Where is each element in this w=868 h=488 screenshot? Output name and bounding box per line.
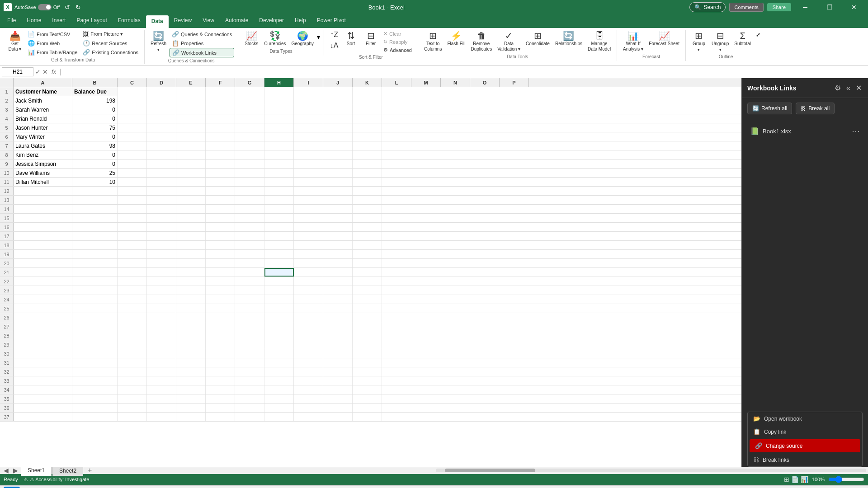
row-num-33[interactable]: 33 (0, 376, 14, 385)
cell-c17[interactable] (118, 232, 147, 240)
cell-d34[interactable] (147, 385, 176, 394)
row-num-5[interactable]: 5 (0, 123, 14, 132)
cell-i9[interactable] (294, 160, 323, 168)
taskbar-excel[interactable]: X (130, 487, 146, 488)
row-num-31[interactable]: 31 (0, 358, 14, 367)
cell-h10[interactable] (264, 169, 294, 177)
from-picture-button[interactable]: 🖼 From Picture ▾ (80, 30, 141, 38)
cell-i31[interactable] (294, 358, 323, 367)
cell-k26[interactable] (353, 313, 382, 322)
cell-b4[interactable]: 0 (72, 114, 118, 123)
cell-h13[interactable] (264, 196, 294, 204)
cell-d2[interactable] (147, 96, 176, 105)
cell-d13[interactable] (147, 196, 176, 204)
cell-h25[interactable] (264, 304, 294, 313)
cell-d25[interactable] (147, 304, 176, 313)
cell-b11[interactable]: 10 (72, 178, 118, 186)
cell-g19[interactable] (235, 250, 264, 258)
cell-h9[interactable] (264, 160, 294, 168)
tab-file[interactable]: File (2, 14, 21, 28)
cell-h30[interactable] (264, 349, 294, 358)
cell-i13[interactable] (294, 196, 323, 204)
cell-i18[interactable] (294, 241, 323, 249)
cell-b28[interactable] (72, 331, 118, 340)
cell-f24[interactable] (206, 295, 235, 304)
cell-k12[interactable] (353, 187, 382, 195)
tab-review[interactable]: Review (169, 14, 197, 28)
cell-h27[interactable] (264, 322, 294, 331)
cell-a37[interactable] (14, 413, 72, 421)
cell-i10[interactable] (294, 169, 323, 177)
recent-sources-button[interactable]: 🕐 Recent Sources (80, 39, 141, 47)
cell-j3[interactable] (323, 105, 353, 114)
cell-f7[interactable] (206, 141, 235, 150)
zoom-slider[interactable] (828, 476, 864, 483)
tab-data[interactable]: Data (146, 15, 169, 28)
cell-f30[interactable] (206, 349, 235, 358)
cell-b7[interactable]: 98 (72, 141, 118, 150)
cell-d12[interactable] (147, 187, 176, 195)
cell-a27[interactable] (14, 322, 72, 331)
undo-button[interactable]: ↺ (62, 3, 72, 12)
cell-c35[interactable] (118, 394, 147, 403)
cell-e16[interactable] (176, 223, 206, 231)
cell-a11[interactable]: Dillan Mitchell (14, 178, 72, 186)
row-num-19[interactable]: 19 (0, 250, 14, 258)
cell-d5[interactable] (147, 123, 176, 132)
cell-c28[interactable] (118, 331, 147, 340)
tab-insert[interactable]: Insert (47, 14, 71, 28)
cell-a26[interactable] (14, 313, 72, 322)
cell-c33[interactable] (118, 376, 147, 385)
cell-a23[interactable] (14, 286, 72, 295)
cell-c32[interactable] (118, 367, 147, 376)
cell-k11[interactable] (353, 178, 382, 186)
cell-k6[interactable] (353, 132, 382, 141)
cell-h2[interactable] (264, 96, 294, 105)
cell-a36[interactable] (14, 404, 72, 412)
cell-g36[interactable] (235, 404, 264, 412)
cell-i25[interactable] (294, 304, 323, 313)
cell-e29[interactable] (176, 340, 206, 349)
tab-home[interactable]: Home (21, 14, 47, 28)
cell-b20[interactable] (72, 259, 118, 267)
cell-j30[interactable] (323, 349, 353, 358)
cell-h31[interactable] (264, 358, 294, 367)
cell-b6[interactable]: 0 (72, 132, 118, 141)
cell-b23[interactable] (72, 286, 118, 295)
cell-i33[interactable] (294, 376, 323, 385)
row-num-18[interactable]: 18 (0, 241, 14, 249)
cell-b15[interactable] (72, 214, 118, 222)
cell-j15[interactable] (323, 214, 353, 222)
cell-g29[interactable] (235, 340, 264, 349)
flash-fill-button[interactable]: ⚡ Flash Fill (445, 30, 467, 48)
cell-k31[interactable] (353, 358, 382, 367)
cell-f9[interactable] (206, 160, 235, 168)
cell-a2[interactable]: Jack Smith (14, 96, 72, 105)
cell-f22[interactable] (206, 277, 235, 286)
cell-k34[interactable] (353, 385, 382, 394)
cell-f23[interactable] (206, 286, 235, 295)
cell-a18[interactable] (14, 241, 72, 249)
cell-d29[interactable] (147, 340, 176, 349)
cell-g30[interactable] (235, 349, 264, 358)
cell-b9[interactable]: 0 (72, 160, 118, 168)
row-num-6[interactable]: 6 (0, 132, 14, 141)
cell-f1[interactable] (206, 87, 235, 96)
cell-d18[interactable] (147, 241, 176, 249)
row-num-37[interactable]: 37 (0, 413, 14, 421)
cell-d7[interactable] (147, 141, 176, 150)
cell-e17[interactable] (176, 232, 206, 240)
cell-b1[interactable]: Balance Due (72, 87, 118, 96)
cell-h33[interactable] (264, 376, 294, 385)
cell-h17[interactable] (264, 232, 294, 240)
cell-f25[interactable] (206, 304, 235, 313)
cell-i6[interactable] (294, 132, 323, 141)
cell-g37[interactable] (235, 413, 264, 421)
cell-c11[interactable] (118, 178, 147, 186)
cell-e9[interactable] (176, 160, 206, 168)
col-header-g[interactable]: G (235, 78, 264, 87)
cell-g16[interactable] (235, 223, 264, 231)
cell-h14[interactable] (264, 205, 294, 213)
cell-a14[interactable] (14, 205, 72, 213)
row-num-1[interactable]: 1 (0, 87, 14, 96)
